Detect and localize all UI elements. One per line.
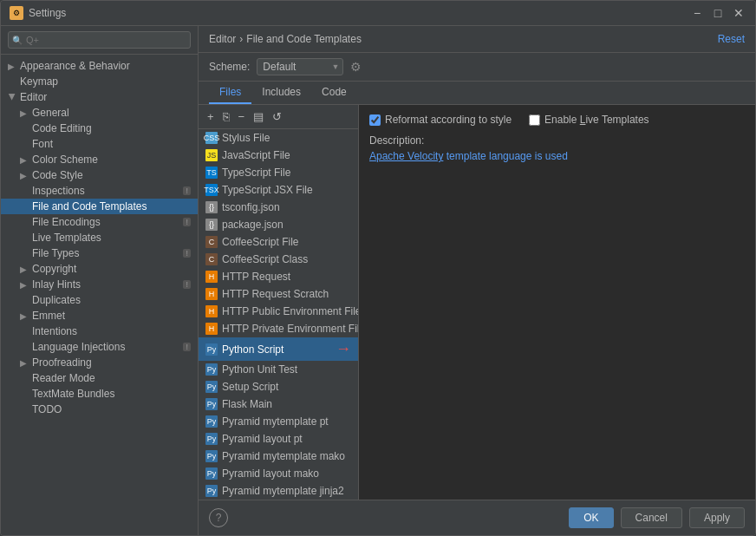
file-item[interactable]: PyPyramid mytemplate pt: [199, 413, 358, 430]
file-item[interactable]: PyPython Script→: [199, 337, 358, 361]
sidebar-item-live-templates[interactable]: ▶ Live Templates: [1, 230, 198, 245]
arrow-icon: ▶: [20, 265, 29, 274]
sidebar-item-inlay-hints[interactable]: ▶ Inlay Hints !: [1, 277, 198, 292]
file-item[interactable]: TSTypeScript File: [199, 164, 358, 181]
sidebar-item-todo[interactable]: ▶ TODO: [1, 402, 198, 417]
file-item[interactable]: PyPyramid mytemplate mako: [199, 448, 358, 465]
file-type-icon: TSX: [205, 184, 218, 196]
file-item-name: CoffeeScript File: [222, 236, 298, 248]
sidebar-item-appearance[interactable]: ▶ Appearance & Behavior: [1, 58, 198, 74]
apache-velocity-link[interactable]: Apache Velocity: [369, 150, 443, 162]
search-input[interactable]: [8, 31, 191, 49]
sidebar-item-file-encodings[interactable]: ▶ File Encodings !: [1, 214, 198, 230]
sidebar-item-textmate[interactable]: ▶ TextMate Bundles: [1, 386, 198, 402]
sidebar-item-proofreading[interactable]: ▶ Proofreading: [1, 355, 198, 370]
arrow-icon: ▶: [20, 280, 29, 290]
file-item[interactable]: JSJavaScript File: [199, 147, 358, 164]
arrow-icon: ▶: [20, 108, 29, 118]
sidebar-tree: ▶ Appearance & Behavior ▶ Keymap ▶ Edito…: [1, 55, 198, 535]
main-panel: Editor › File and Code Templates Reset S…: [199, 26, 755, 535]
file-type-icon: H: [205, 305, 218, 317]
ok-button[interactable]: OK: [569, 507, 613, 528]
sidebar-item-emmet[interactable]: ▶ Emmet: [1, 308, 198, 324]
file-item-name: JavaScript File: [222, 149, 290, 161]
sidebar-item-label: Language Injections: [32, 341, 125, 353]
reset-file-button[interactable]: ↺: [269, 108, 285, 125]
file-item[interactable]: PySetup Script: [199, 378, 358, 395]
file-item[interactable]: PyPython Unit Test: [199, 361, 358, 378]
file-type-icon: TS: [205, 167, 218, 179]
sidebar-item-keymap[interactable]: ▶ Keymap: [1, 74, 198, 89]
close-button[interactable]: ✕: [731, 6, 746, 20]
file-type-icon: CSS: [205, 132, 218, 144]
file-item[interactable]: PyPyramid layout pt: [199, 430, 358, 448]
file-item[interactable]: CSSStylus File: [199, 129, 358, 147]
sidebar-item-file-types[interactable]: ▶ File Types !: [1, 245, 198, 261]
encodings-badge: !: [183, 218, 191, 226]
file-type-icon: Py: [205, 450, 218, 462]
sidebar-item-reader-mode[interactable]: ▶ Reader Mode: [1, 370, 198, 386]
tabs-bar: Files Includes Code: [199, 82, 755, 105]
reformat-option[interactable]: Reformat according to style: [369, 114, 512, 126]
file-type-icon: C: [205, 253, 218, 265]
minimize-button[interactable]: −: [689, 6, 705, 20]
breadcrumb: Editor › File and Code Templates: [209, 33, 362, 45]
sidebar-item-code-style[interactable]: ▶ Code Style: [1, 167, 198, 183]
sidebar-item-code-editing[interactable]: ▶ Code Editing: [1, 121, 198, 136]
reset-button[interactable]: Reset: [718, 33, 745, 45]
inlay-badge: !: [183, 280, 191, 289]
file-type-icon: Py: [205, 415, 218, 428]
tab-files[interactable]: Files: [209, 82, 251, 104]
settings-window: ⚙ Settings − □ ✕ 🔍 ▶ Appearance & Behavi…: [0, 0, 756, 536]
file-list-items: CSSStylus FileJSJavaScript FileTSTypeScr…: [199, 129, 358, 500]
sidebar-item-general[interactable]: ▶ General: [1, 105, 198, 121]
live-templates-checkbox[interactable]: [529, 114, 540, 126]
sidebar-item-label: Emmet: [32, 310, 65, 322]
file-item[interactable]: TSXTypeScript JSX File: [199, 181, 358, 199]
reformat-label: Reformat according to style: [385, 114, 512, 126]
file-item[interactable]: HHTTP Private Environment File: [199, 320, 358, 337]
apply-button[interactable]: Apply: [689, 507, 745, 528]
reformat-checkbox[interactable]: [369, 114, 381, 126]
remove-file-button[interactable]: −: [235, 108, 249, 125]
file-item[interactable]: HHTTP Request: [199, 268, 358, 285]
arrow-icon: ▶: [20, 311, 29, 321]
help-button[interactable]: ?: [209, 508, 228, 527]
add-file-button[interactable]: +: [204, 108, 218, 125]
file-item[interactable]: CCoffeeScript File: [199, 233, 358, 251]
sidebar-item-inspections[interactable]: ▶ Inspections !: [1, 183, 198, 199]
sidebar-item-file-templates[interactable]: ▶ File and Code Templates: [1, 199, 198, 214]
tab-code[interactable]: Code: [311, 82, 357, 104]
file-item[interactable]: PyFlask Main: [199, 395, 358, 413]
sidebar-item-language-injections[interactable]: ▶ Language Injections !: [1, 339, 198, 355]
sidebar-item-label: Editor: [20, 91, 47, 103]
file-item-name: Stylus File: [222, 132, 270, 144]
sidebar-item-duplicates[interactable]: ▶ Duplicates: [1, 292, 198, 308]
file-item[interactable]: {}tsconfig.json: [199, 199, 358, 216]
file-item[interactable]: HHTTP Public Environment File: [199, 303, 358, 320]
sidebar-item-font[interactable]: ▶ Font: [1, 136, 198, 152]
file-item[interactable]: {}package.json: [199, 216, 358, 233]
sidebar: 🔍 ▶ Appearance & Behavior ▶ Keymap ▶: [1, 26, 199, 535]
cancel-button[interactable]: Cancel: [621, 507, 682, 528]
sidebar-item-editor[interactable]: ▶ Editor: [1, 89, 198, 105]
sidebar-item-color-scheme[interactable]: ▶ Color Scheme: [1, 152, 198, 167]
maximize-button[interactable]: □: [710, 6, 726, 20]
sidebar-item-intentions[interactable]: ▶ Intentions: [1, 324, 198, 339]
files-panel: + ⎘ − ▤ ↺ CSSStylus FileJSJavaScript Fil…: [199, 105, 755, 500]
sidebar-item-copyright[interactable]: ▶ Copyright: [1, 261, 198, 277]
gear-icon[interactable]: ⚙: [350, 60, 362, 74]
file-item-name: tsconfig.json: [222, 201, 280, 213]
copy-file-button[interactable]: ⎘: [219, 108, 233, 125]
tab-includes[interactable]: Includes: [251, 82, 311, 104]
file-item[interactable]: PyPyramid mytemplate jinja2: [199, 482, 358, 500]
file-item[interactable]: PyPyramid layout mako: [199, 465, 358, 482]
live-templates-option[interactable]: Enable Live Templates: [529, 114, 649, 126]
file-item[interactable]: CCoffeeScript Class: [199, 251, 358, 268]
sidebar-item-label: File Types: [32, 247, 79, 259]
scheme-select[interactable]: Default Project: [257, 58, 343, 75]
sidebar-item-label: Code Style: [32, 169, 83, 181]
file-item[interactable]: HHTTP Request Scratch: [199, 285, 358, 303]
duplicate-file-button[interactable]: ▤: [250, 108, 267, 125]
sidebar-item-label: Appearance & Behavior: [20, 60, 130, 72]
